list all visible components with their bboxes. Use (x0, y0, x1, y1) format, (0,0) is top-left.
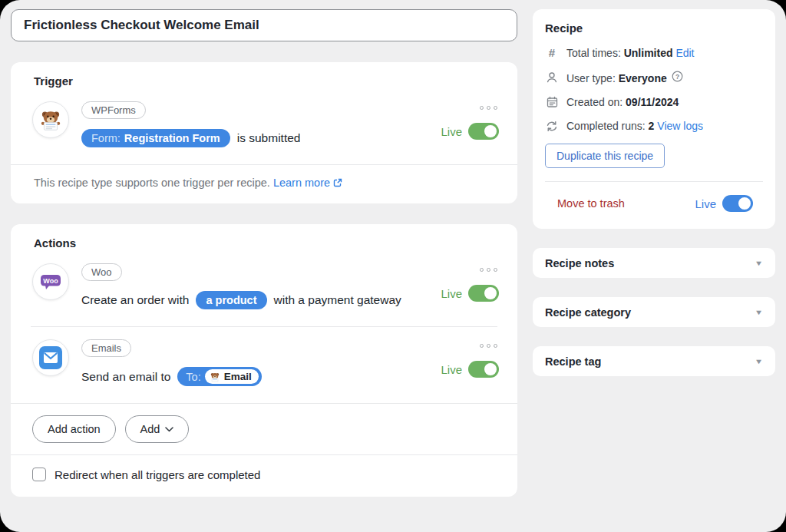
created-on-row: Created on: 09/11/2024 (545, 96, 763, 108)
redirect-option-row: Redirect when all triggers are completed (11, 454, 517, 497)
trigger-item: WPForms Form: Registration Form is submi… (11, 89, 517, 164)
add-dropdown-button[interactable]: Add (125, 415, 190, 443)
recipe-main-column: Trigger (11, 9, 517, 497)
user-icon (545, 71, 559, 84)
caret-down-icon: ▼ (755, 259, 764, 267)
woo-action-live-toggle[interactable] (468, 285, 499, 302)
trigger-live-toggle[interactable] (468, 123, 499, 140)
trigger-card-title: Trigger (11, 62, 517, 89)
recipe-settings-panel: Recipe # Total times: Unlimited Edit (533, 9, 775, 229)
woo-action-more-options-button[interactable] (478, 266, 499, 273)
recipe-category-accordion[interactable]: Recipe category ▼ (533, 297, 775, 327)
chevron-down-icon (165, 427, 173, 432)
duplicate-recipe-button[interactable]: Duplicate this recipe (545, 144, 665, 168)
hash-icon: # (545, 46, 559, 59)
integration-pill-emails: Emails (81, 339, 131, 357)
email-envelope-icon (32, 339, 69, 376)
add-action-row: Add action Add (11, 403, 517, 454)
email-action-live-label: Live (441, 363, 462, 376)
email-action-item: Emails Send an email to To: (11, 327, 517, 403)
actions-card-title: Actions (11, 224, 517, 251)
recipe-sidebar: Recipe # Total times: Unlimited Edit (533, 9, 775, 376)
trigger-sentence: Form: Registration Form is submitted (81, 129, 428, 147)
woo-action-sentence: Create an order with a product with a pa… (81, 291, 428, 309)
trigger-sentence-suffix: is submitted (237, 131, 301, 145)
form-token-pill[interactable]: Form: Registration Form (81, 129, 230, 147)
external-link-icon (333, 178, 342, 187)
recipe-panel-title: Recipe (545, 21, 763, 35)
move-to-trash-link[interactable]: Move to trash (557, 197, 625, 210)
integration-pill-wpforms: WPForms (81, 101, 146, 119)
recipe-live-toggle[interactable] (722, 195, 753, 212)
add-action-button[interactable]: Add action (32, 415, 116, 443)
trigger-card: Trigger (11, 62, 517, 203)
learn-more-link[interactable]: Learn more (273, 177, 342, 189)
recipe-tag-accordion[interactable]: Recipe tag ▼ (533, 346, 775, 376)
woo-action-live-label: Live (441, 287, 462, 300)
actions-card: Actions Woo Woo Create an order with a (11, 224, 517, 497)
trigger-live-label: Live (441, 125, 462, 138)
svg-text:?: ? (675, 73, 679, 81)
question-circle-icon[interactable]: ? (672, 71, 683, 82)
total-times-row: # Total times: Unlimited Edit (545, 46, 763, 59)
trigger-footnote: This recipe type supports one trigger pe… (11, 164, 517, 203)
caret-down-icon: ▼ (755, 309, 764, 316)
trigger-more-options-button[interactable] (478, 104, 499, 111)
email-action-sentence: Send an email to To: (81, 367, 428, 386)
email-to-token-pill[interactable]: To: Email (177, 367, 261, 386)
user-type-row: User type: Everyone ? (545, 71, 763, 84)
woo-action-item: Woo Woo Create an order with a product w… (11, 251, 517, 326)
recipe-live-label: Live (695, 197, 716, 210)
repeat-icon (545, 121, 559, 132)
redirect-checkbox-label: Redirect when all triggers are completed (54, 468, 260, 481)
calendar-icon (545, 96, 559, 108)
recipe-title-input[interactable] (11, 9, 517, 41)
view-logs-link[interactable]: View logs (657, 120, 703, 132)
svg-text:Woo: Woo (43, 277, 58, 285)
email-action-more-options-button[interactable] (478, 342, 499, 349)
product-token-pill[interactable]: a product (196, 291, 266, 309)
redirect-checkbox[interactable] (32, 468, 46, 481)
woocommerce-icon: Woo (32, 263, 69, 300)
recipe-notes-accordion[interactable]: Recipe notes ▼ (533, 248, 775, 278)
wpforms-bear-icon (210, 372, 220, 382)
email-action-live-toggle[interactable] (468, 361, 499, 378)
caret-down-icon: ▼ (755, 358, 764, 365)
wpforms-bear-icon (32, 101, 69, 138)
edit-total-times-link[interactable]: Edit (675, 47, 694, 59)
recipe-editor-page: Trigger (0, 0, 786, 532)
integration-pill-woo: Woo (81, 263, 122, 281)
completed-runs-row: Completed runs: 2 View logs (545, 120, 763, 132)
